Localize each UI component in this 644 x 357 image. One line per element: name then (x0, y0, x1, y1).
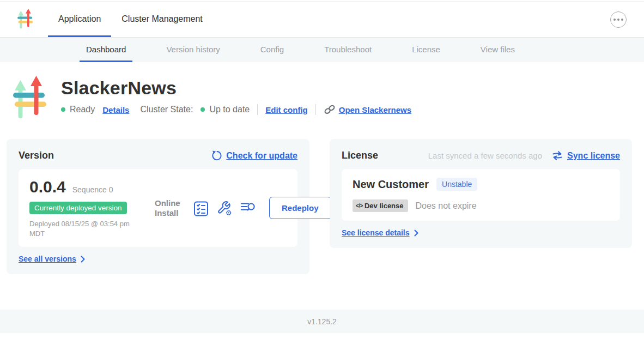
license-card: License Last synced a few seconds ago Sy… (330, 139, 632, 248)
redeploy-button[interactable]: Redeploy (269, 197, 331, 219)
license-expiration: Does not expire (416, 201, 477, 211)
deployed-timestamp: Deployed 08/15/25 @ 03:54 pm MDT (29, 219, 147, 238)
subnav-troubleshoot-label: Troubleshoot (324, 45, 372, 54)
code-icon: </> (356, 203, 363, 209)
see-license-details-link[interactable]: See license details (342, 228, 410, 237)
tab-application[interactable]: Application (48, 2, 111, 37)
subnav-item-version-history[interactable]: Version history (160, 38, 226, 62)
subnav-license-label: License (412, 45, 440, 54)
slackernews-hero-logo-icon (13, 76, 48, 123)
edit-config-link[interactable]: Edit config (265, 105, 308, 114)
customer-name: New Customer (353, 178, 429, 191)
app-subnav: Dashboard Version history Config Trouble… (0, 38, 644, 62)
refresh-icon (211, 150, 222, 161)
app-status-row: Ready Details Cluster State: Up to date … (61, 104, 411, 115)
sync-icon (552, 151, 563, 160)
view-logs-icon[interactable] (240, 201, 256, 216)
sequence-label: Sequence 0 (72, 185, 113, 194)
config-wrench-icon[interactable] (217, 201, 232, 216)
divider (315, 104, 316, 115)
link-icon (324, 104, 336, 115)
version-number: 0.0.4 (29, 178, 66, 196)
license-type-badge: </> Dev license (353, 199, 408, 212)
details-link[interactable]: Details (102, 105, 129, 114)
page-title: SlackerNews (61, 77, 411, 99)
console-version: v1.125.2 (307, 317, 337, 326)
console-footer: v1.125.2 (0, 310, 644, 333)
subnav-item-license[interactable]: License (405, 38, 447, 62)
tab-cluster-management-label: Cluster Management (121, 14, 203, 24)
ellipsis-icon (613, 19, 623, 21)
subnav-item-config[interactable]: Config (254, 38, 290, 62)
channel-badge: Unstable (436, 178, 477, 191)
license-card-title: License (342, 150, 378, 161)
subnav-version-history-label: Version history (166, 45, 220, 54)
subnav-item-troubleshoot[interactable]: Troubleshoot (318, 38, 378, 62)
more-options-button[interactable] (610, 11, 627, 28)
install-type-label: Online Install (155, 198, 185, 217)
app-header-bar: Application Cluster Management (0, 2, 644, 38)
app-state-dot (61, 107, 65, 112)
check-for-update-link[interactable]: Check for update (226, 151, 297, 161)
sync-license-link[interactable]: Sync license (567, 151, 620, 161)
subnav-view-files-label: View files (481, 45, 515, 54)
cluster-state-value: Up to date (209, 105, 250, 114)
tab-cluster-management[interactable]: Cluster Management (111, 2, 213, 37)
current-version-panel: 0.0.4 Sequence 0 Currently deployed vers… (19, 169, 297, 247)
license-type-label: Dev license (364, 202, 404, 210)
deployed-badge: Currently deployed version (29, 202, 127, 214)
app-state-label: Ready (70, 105, 95, 114)
version-card: Version Check for update 0.0.4 Sequ (7, 139, 309, 274)
tab-application-label: Application (58, 14, 101, 24)
cluster-state-label: Cluster State: (140, 105, 193, 114)
subnav-config-label: Config (260, 45, 284, 54)
see-all-versions-link[interactable]: See all versions (19, 255, 76, 263)
subnav-item-dashboard[interactable]: Dashboard (80, 38, 132, 62)
preflight-checks-icon[interactable] (193, 201, 209, 216)
version-card-title: Version (19, 150, 54, 161)
slackernews-logo-icon (17, 9, 34, 31)
dashboard-main: SlackerNews Ready Details Cluster State:… (0, 62, 644, 333)
license-panel: New Customer Unstable </> Dev license Do… (342, 169, 620, 221)
last-synced-label: Last synced a few seconds ago (428, 151, 542, 160)
subnav-dashboard-label: Dashboard (86, 45, 126, 54)
chevron-right-icon (81, 256, 85, 263)
open-app-link[interactable]: Open Slackernews (339, 105, 411, 114)
chevron-right-icon (414, 229, 418, 237)
app-hero: SlackerNews Ready Details Cluster State:… (13, 76, 644, 123)
subnav-item-view-files[interactable]: View files (474, 38, 521, 62)
primary-tabs: Application Cluster Management (48, 2, 213, 37)
divider (257, 104, 258, 115)
cluster-state-dot (201, 107, 205, 112)
